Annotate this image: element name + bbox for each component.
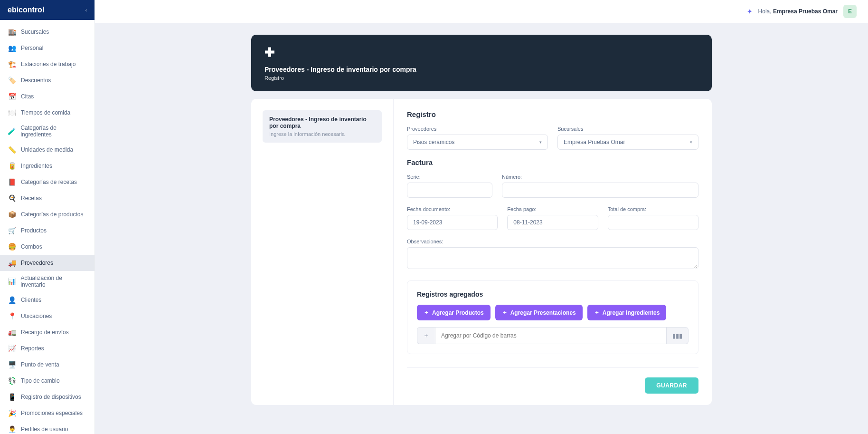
sidebar-item-punto-de-venta[interactable]: 🖥️Punto de venta [0, 357, 94, 373]
nav-label: Personal [21, 45, 43, 51]
barcode-plus-icon[interactable]: ＋ [417, 327, 435, 344]
sidebar-item-categoras-de-productos[interactable]: 📦Categorías de productos [0, 206, 94, 222]
nav-icon: 👥 [8, 44, 16, 52]
card-right-pane: Registro Proveedores Pisos ceramicos ▾ [394, 99, 712, 405]
numero-label: Número: [502, 174, 698, 180]
step-title: Proveedores - Ingreso de inventario por … [269, 116, 375, 129]
sidebar-item-reportes[interactable]: 📈Reportes [0, 340, 94, 357]
nav-icon: 📊 [8, 277, 16, 286]
sidebar-item-productos[interactable]: 🛒Productos [0, 222, 94, 239]
page-subtitle: Registro [264, 75, 698, 81]
nav-label: Ingredientes [21, 163, 52, 169]
sucursales-select[interactable]: Empresa Pruebas Omar ▾ [557, 135, 698, 150]
sidebar-item-unidades-de-medida[interactable]: 📏Unidades de medida [0, 142, 94, 158]
nav-icon: 🚛 [8, 328, 16, 337]
nav-label: Categorías de productos [21, 211, 83, 218]
barcode-scan-icon[interactable]: ▮▮▮ [667, 327, 689, 344]
barcode-row: ＋ ▮▮▮ [417, 327, 689, 344]
sidebar-nav: 🏬Sucursales👥Personal🏗️Estaciones de trab… [0, 20, 94, 434]
barcode-input[interactable] [435, 327, 667, 344]
page-title: Proveedores - Ingreso de inventario por … [264, 66, 698, 73]
sidebar-item-actualizacin-de-inventario[interactable]: 📊Actualización de inventario [0, 271, 94, 292]
nav-label: Promociones especiales [21, 410, 83, 416]
nav-icon: 🍳 [8, 194, 16, 203]
nav-label: Ubicaciones [21, 313, 52, 319]
sucursales-value: Empresa Pruebas Omar [564, 139, 625, 145]
sidebar-item-recetas[interactable]: 🍳Recetas [0, 190, 94, 206]
nav-label: Productos [21, 227, 47, 234]
nav-icon: 🏬 [8, 28, 16, 36]
nav-icon: 👤 [8, 296, 16, 304]
numero-input[interactable] [502, 183, 698, 198]
avatar[interactable]: E [843, 5, 857, 18]
sidebar-item-proveedores[interactable]: 🚚Proveedores [0, 255, 94, 271]
sidebar-item-ubicaciones[interactable]: 📍Ubicaciones [0, 308, 94, 324]
nav-label: Tipo de cambio [21, 377, 60, 384]
sucursales-label: Sucursales [557, 126, 698, 132]
sidebar-collapse-icon[interactable]: ‹ [85, 8, 87, 13]
sidebar-item-clientes[interactable]: 👤Clientes [0, 292, 94, 308]
sidebar-item-categoras-de-recetas[interactable]: 📕Categorías de recetas [0, 174, 94, 190]
nav-label: Proveedores [21, 260, 53, 266]
section-heading-factura: Factura [407, 158, 698, 166]
sidebar-item-combos[interactable]: 🍔Combos [0, 239, 94, 255]
fecha-pago-input[interactable] [507, 215, 598, 230]
greeting: Hola, Empresa Pruebas Omar [758, 8, 838, 15]
nav-icon: 📕 [8, 178, 16, 186]
nav-label: Citas [21, 93, 34, 100]
nav-label: Categorías de ingredientes [20, 125, 87, 138]
plus-icon: ＋ [502, 309, 508, 317]
agregar-presentaciones-button[interactable]: ＋ Agregar Presentaciones [495, 305, 583, 320]
sidebar-item-recargo-de-envos[interactable]: 🚛Recargo de envíos [0, 324, 94, 340]
proveedores-select[interactable]: Pisos ceramicos ▾ [407, 135, 548, 150]
agregar-ingredientes-button[interactable]: ＋ Agregar Ingredientes [587, 305, 667, 320]
btn-presentaciones-label: Agregar Presentaciones [510, 309, 576, 316]
sidebar-item-personal[interactable]: 👥Personal [0, 40, 94, 56]
nav-icon: 🍔 [8, 242, 16, 251]
plus-icon: ＋ [594, 309, 600, 317]
section-heading-registro: Registro [407, 110, 698, 118]
sidebar-item-perfiles-de-usuario[interactable]: 👨‍💼Perfiles de usuario [0, 421, 94, 434]
nav-icon: 💱 [8, 376, 16, 385]
total-input[interactable] [608, 215, 698, 230]
nav-icon: 📅 [8, 92, 16, 101]
sidebar-item-tipo-de-cambio[interactable]: 💱Tipo de cambio [0, 373, 94, 389]
fecha-doc-input[interactable] [407, 215, 498, 230]
nav-icon: 📈 [8, 344, 16, 353]
user-name: Empresa Pruebas Omar [773, 8, 838, 15]
sidebar-item-registro-de-dispositivos[interactable]: 📱Registro de dispositivos [0, 389, 94, 405]
serie-label: Serie: [407, 174, 492, 180]
nav-icon: 📱 [8, 393, 16, 401]
proveedores-label: Proveedores [407, 126, 548, 132]
total-label: Total de compra: [608, 206, 698, 212]
sparkle-icon[interactable]: ✦ [747, 8, 753, 15]
sidebar-item-promociones-especiales[interactable]: 🎉Promociones especiales [0, 405, 94, 421]
nav-icon: 🍽️ [8, 108, 16, 117]
nav-icon: 📍 [8, 312, 16, 320]
nav-icon: 🏗️ [8, 60, 16, 68]
agregar-productos-button[interactable]: ＋ Agregar Productos [417, 305, 491, 320]
nav-icon: 🧪 [8, 127, 16, 135]
nav-label: Punto de venta [21, 361, 59, 368]
nav-icon: 🎉 [8, 409, 16, 417]
nav-icon: 📦 [8, 210, 16, 219]
guardar-button[interactable]: GUARDAR [645, 377, 698, 394]
plus-icon: ＋ [424, 309, 429, 317]
nav-icon: 🖥️ [8, 360, 16, 369]
serie-input[interactable] [407, 183, 492, 198]
sidebar-item-descuentos[interactable]: 🏷️Descuentos [0, 72, 94, 88]
sidebar-item-estaciones-de-trabajo[interactable]: 🏗️Estaciones de trabajo [0, 56, 94, 72]
nav-icon: 📏 [8, 145, 16, 154]
nav-label: Clientes [21, 297, 41, 303]
topbar: ✦ Hola, Empresa Pruebas Omar E [95, 0, 868, 23]
sidebar-item-sucursales[interactable]: 🏬Sucursales [0, 24, 94, 40]
sidebar-item-categoras-de-ingredientes[interactable]: 🧪Categorías de ingredientes [0, 121, 94, 142]
brand-logo: ebicontrol [8, 6, 44, 14]
sidebar-item-ingredientes[interactable]: 🥫Ingredientes [0, 158, 94, 174]
sidebar-item-citas[interactable]: 📅Citas [0, 88, 94, 105]
observaciones-textarea[interactable] [407, 247, 698, 269]
chevron-down-icon: ▾ [690, 140, 692, 145]
proveedores-value: Pisos ceramicos [413, 139, 454, 145]
nav-label: Actualización de inventario [21, 275, 87, 288]
sidebar-item-tiempos-de-comida[interactable]: 🍽️Tiempos de comida [0, 105, 94, 121]
